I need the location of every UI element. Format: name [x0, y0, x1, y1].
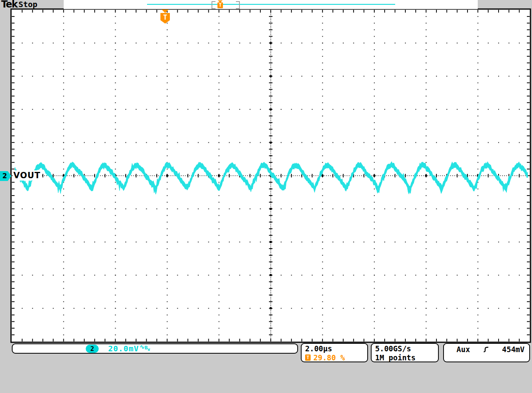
record-view-strip: T: [64, 0, 478, 9]
acquisition-readout-box: 5.00GS/s 1M points: [371, 343, 439, 362]
acquisition-status: Stop: [18, 0, 37, 9]
horizontal-readout-box: 2.00µs T 29.80 %: [301, 343, 368, 362]
channel-2-badge: 2: [86, 345, 99, 353]
channel-scale-readout: 20.0mV: [108, 344, 139, 353]
tek-logo: Tek: [1, 0, 17, 10]
trigger-t-icon: T: [217, 2, 223, 8]
trigger-source-readout: Aux: [457, 345, 470, 354]
channel-readout-box: 2 20.0mV ∿ BW: [12, 343, 298, 354]
trigger-readout-box: Aux 454mV: [443, 343, 530, 362]
bandwidth-limit-icon: BW: [145, 345, 150, 352]
oscilloscope-screen: Tek Stop T T VOUT 2 2 20.0mV ∿ BW 2.00µs…: [0, 0, 532, 393]
trigger-arrow-icon: [162, 9, 169, 13]
trigger-position-readout: 29.80 %: [313, 353, 345, 362]
trigger-level-readout: 454mV: [502, 345, 525, 354]
record-view-waveform-line: [147, 4, 395, 5]
sample-rate-readout: 5.00GS/s: [375, 344, 438, 353]
record-view-trigger-icon: T: [217, 0, 223, 9]
record-view-window-left-bracket: [212, 1, 215, 9]
record-view-window-right-bracket: [236, 1, 240, 9]
waveform-label: VOUT: [13, 170, 41, 181]
coupling-icon: ∿: [140, 343, 145, 351]
graticule: [0, 0, 532, 393]
record-length-readout: 1M points: [375, 353, 438, 362]
timebase-readout: 2.00µs: [305, 344, 367, 353]
rising-edge-icon: [483, 346, 489, 353]
trigger-t-icon: T: [305, 354, 311, 361]
